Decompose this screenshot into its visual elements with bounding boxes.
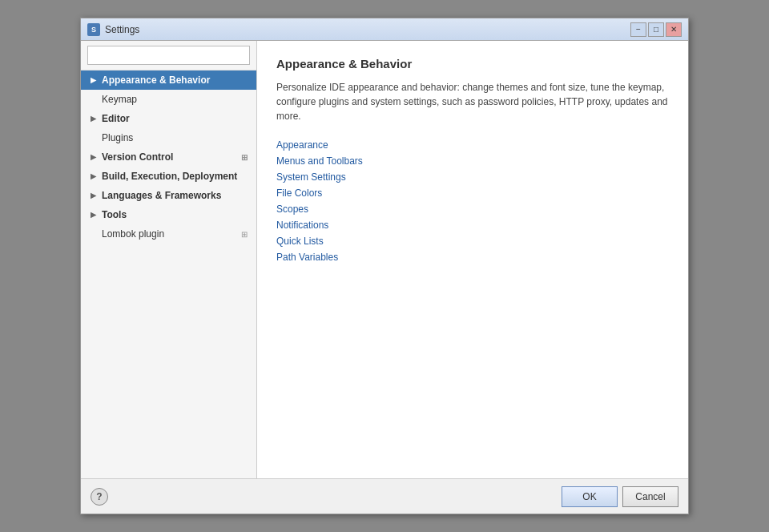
- close-button[interactable]: ✕: [666, 22, 682, 37]
- chevron-icon: [87, 228, 99, 240]
- sidebar-item-label: Build, Execution, Deployment: [102, 171, 250, 182]
- bottom-bar: ? OK Cancel: [81, 478, 688, 514]
- sidebar: ▶Appearance & BehaviorKeymap▶EditorPlugi…: [81, 41, 257, 478]
- chevron-icon: ▶: [87, 75, 99, 86]
- link-notifications[interactable]: Notifications: [276, 220, 669, 231]
- cancel-button[interactable]: Cancel: [622, 486, 678, 507]
- action-buttons: OK Cancel: [562, 486, 678, 507]
- titlebar: S Settings − □ ✕: [81, 18, 688, 41]
- maximize-button[interactable]: □: [648, 22, 664, 37]
- link-file-colors[interactable]: File Colors: [276, 187, 669, 199]
- main-content: Appearance & Behavior Personalize IDE ap…: [257, 41, 688, 478]
- link-system-settings[interactable]: System Settings: [276, 171, 669, 183]
- content-area: ▶Appearance & BehaviorKeymap▶EditorPlugi…: [81, 41, 688, 478]
- chevron-icon: ▶: [87, 190, 99, 201]
- link-quick-lists[interactable]: Quick Lists: [276, 236, 669, 247]
- search-input[interactable]: [87, 46, 250, 65]
- link-appearance[interactable]: Appearance: [276, 139, 669, 151]
- sidebar-nav: ▶Appearance & BehaviorKeymap▶EditorPlugi…: [81, 71, 256, 244]
- sidebar-item-version-control[interactable]: ▶Version Control⊞: [81, 147, 256, 167]
- link-scopes[interactable]: Scopes: [276, 204, 669, 215]
- chevron-icon: ▶: [87, 151, 99, 163]
- search-container: [81, 41, 256, 71]
- help-button[interactable]: ?: [91, 488, 108, 506]
- sidebar-item-keymap[interactable]: Keymap: [81, 90, 256, 109]
- sidebar-item-tools[interactable]: ▶Tools: [81, 205, 256, 224]
- sidebar-item-label: Lombok plugin: [102, 228, 236, 240]
- sidebar-item-label: Tools: [102, 209, 250, 220]
- minimize-button[interactable]: −: [630, 22, 646, 37]
- chevron-icon: ▶: [87, 171, 99, 182]
- chevron-icon: [87, 94, 99, 105]
- sidebar-item-lombok-plugin[interactable]: Lombok plugin⊞: [81, 224, 256, 244]
- titlebar-controls: − □ ✕: [630, 22, 682, 37]
- settings-window: S Settings − □ ✕ ▶Appearance & BehaviorK…: [80, 18, 689, 514]
- sidebar-item-label: Appearance & Behavior: [102, 75, 250, 86]
- sidebar-item-label: Languages & Frameworks: [102, 190, 250, 201]
- window-icon: S: [87, 23, 100, 36]
- chevron-icon: ▶: [87, 209, 99, 220]
- window-title: Settings: [105, 24, 630, 35]
- sidebar-item-label: Version Control: [102, 151, 236, 163]
- sidebar-item-editor[interactable]: ▶Editor: [81, 109, 256, 128]
- settings-icon: ⊞: [239, 151, 250, 163]
- link-menus-toolbars[interactable]: Menus and Toolbars: [276, 155, 669, 167]
- links-list: AppearanceMenus and ToolbarsSystem Setti…: [276, 139, 669, 263]
- link-path-variables[interactable]: Path Variables: [276, 252, 669, 263]
- chevron-icon: ▶: [87, 113, 99, 124]
- section-title: Appearance & Behavior: [276, 57, 669, 71]
- sidebar-item-label: Editor: [102, 113, 250, 124]
- settings-icon: ⊞: [239, 228, 250, 240]
- chevron-icon: [87, 132, 99, 143]
- sidebar-item-build-execution[interactable]: ▶Build, Execution, Deployment: [81, 167, 256, 186]
- section-description: Personalize IDE appearance and behavior:…: [276, 80, 669, 123]
- sidebar-item-appearance-behavior[interactable]: ▶Appearance & Behavior: [81, 71, 256, 90]
- sidebar-item-label: Keymap: [102, 94, 250, 105]
- sidebar-item-languages-frameworks[interactable]: ▶Languages & Frameworks: [81, 186, 256, 205]
- ok-button[interactable]: OK: [562, 486, 618, 507]
- sidebar-item-plugins[interactable]: Plugins: [81, 128, 256, 147]
- sidebar-item-label: Plugins: [102, 132, 250, 143]
